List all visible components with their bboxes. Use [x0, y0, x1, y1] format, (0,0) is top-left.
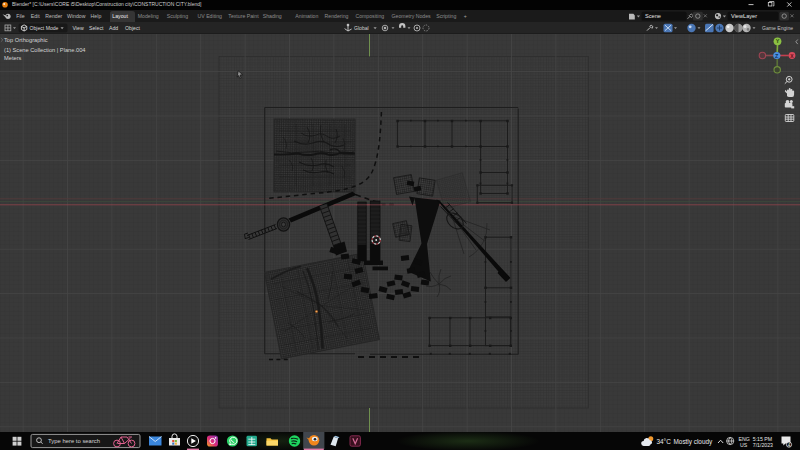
svg-text:Type here to search: Type here to search	[48, 438, 100, 444]
svg-text:Meters: Meters	[4, 55, 22, 61]
svg-text:7/1/2023: 7/1/2023	[753, 442, 773, 448]
svg-text:4: 4	[788, 443, 791, 448]
svg-text:Mostly cloudy: Mostly cloudy	[674, 438, 714, 446]
svg-text:ENG: ENG	[739, 436, 750, 442]
svg-text:Object Mode: Object Mode	[30, 25, 59, 31]
svg-text:(1) Scene Collection | Plane.0: (1) Scene Collection | Plane.004	[4, 47, 85, 53]
svg-text:Top Orthographic: Top Orthographic	[4, 37, 48, 43]
svg-text:Y: Y	[776, 38, 780, 44]
svg-text:5:15 PM: 5:15 PM	[753, 436, 772, 442]
svg-text:Scene: Scene	[645, 13, 661, 19]
svg-text:Game Engine: Game Engine	[762, 25, 793, 31]
svg-text:34°C: 34°C	[657, 438, 672, 445]
svg-text:US: US	[740, 442, 748, 448]
svg-text:Global: Global	[354, 25, 369, 31]
svg-text:ViewLayer: ViewLayer	[731, 13, 757, 19]
